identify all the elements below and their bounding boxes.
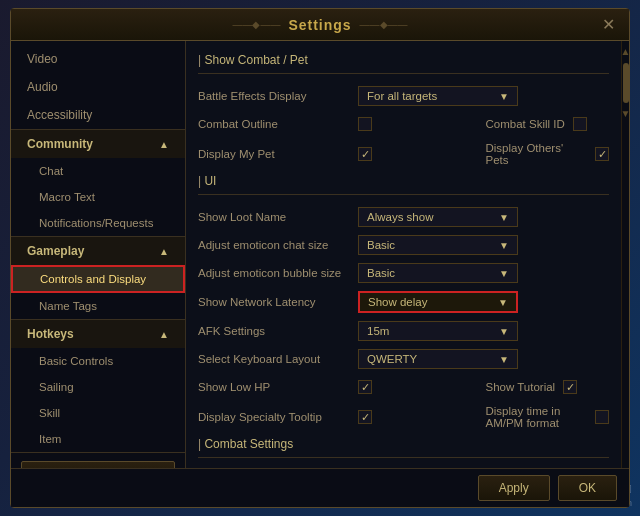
sidebar-item-basic-controls[interactable]: Basic Controls bbox=[11, 348, 185, 374]
dropdown-text-battle-effects-display: For all targets bbox=[367, 90, 491, 102]
sidebar-label-sailing: Sailing bbox=[39, 381, 74, 393]
checkbox-left-display-specialty-tooltip[interactable] bbox=[358, 410, 372, 424]
sidebar-label-chat: Chat bbox=[39, 165, 63, 177]
sidebar-item-hotkeys[interactable]: Hotkeys▲ bbox=[11, 319, 185, 348]
dropdown-text-show-network-latency: Show delay bbox=[368, 296, 490, 308]
ornament-right: ——◆—— bbox=[360, 19, 408, 30]
checkbox-right-display-specialty-tooltip[interactable] bbox=[595, 410, 609, 424]
sidebar-item-gameplay[interactable]: Gameplay▲ bbox=[11, 236, 185, 265]
dropdown-arrow-icon: ▼ bbox=[499, 326, 509, 337]
dropdown-text-show-loot-name: Always show bbox=[367, 211, 491, 223]
col-left-display-specialty-tooltip bbox=[358, 405, 482, 429]
ok-button[interactable]: OK bbox=[558, 475, 617, 501]
scroll-up-arrow[interactable]: ▲ bbox=[621, 45, 629, 59]
cb-label-show-low-hp: Show Tutorial bbox=[486, 381, 556, 393]
settings-row-display-specialty-tooltip: Display Specialty TooltipDisplay time in… bbox=[198, 401, 609, 433]
dropdown-text-adjust-emoticon-chat: Basic bbox=[367, 239, 491, 251]
section-combat-settings: | Combat Settings bbox=[198, 433, 609, 458]
main-content: | Show Combat / PetBattle Effects Displa… bbox=[186, 41, 621, 468]
sidebar-label-hotkeys: Hotkeys bbox=[27, 327, 74, 341]
checkbox-left-combat-outline[interactable] bbox=[358, 117, 372, 131]
ornament-left: ——◆—— bbox=[232, 19, 280, 30]
dropdown-show-network-latency[interactable]: Show delay▼ bbox=[358, 291, 518, 313]
dropdown-text-adjust-emoticon-bubble: Basic bbox=[367, 267, 491, 279]
sidebar-label-audio: Audio bbox=[27, 80, 58, 94]
settings-value-display-my-pet: Display Others' Pets bbox=[358, 142, 609, 166]
settings-label-display-my-pet: Display My Pet bbox=[198, 148, 358, 160]
sidebar-item-community[interactable]: Community▲ bbox=[11, 129, 185, 158]
settings-row-show-loot-name: Show Loot NameAlways show▼ bbox=[198, 203, 609, 231]
settings-row-adjust-emoticon-chat: Adjust emoticon chat sizeBasic▼ bbox=[198, 231, 609, 259]
sidebar-item-notifications[interactable]: Notifications/Requests bbox=[11, 210, 185, 236]
scrollbar[interactable]: ▲ ▼ bbox=[621, 41, 629, 468]
col-left-combat-outline bbox=[358, 117, 482, 131]
dropdown-adjust-emoticon-chat[interactable]: Basic▼ bbox=[358, 235, 518, 255]
dropdown-show-loot-name[interactable]: Always show▼ bbox=[358, 207, 518, 227]
settings-value-combat-outline: Combat Skill ID bbox=[358, 117, 609, 131]
checkbox-right-display-my-pet[interactable] bbox=[595, 147, 609, 161]
dropdown-battle-effects-display[interactable]: For all targets▼ bbox=[358, 86, 518, 106]
settings-value-show-low-hp: Show Tutorial bbox=[358, 380, 609, 394]
settings-row-show-low-hp: Show Low HPShow Tutorial bbox=[198, 373, 609, 401]
settings-value-battle-effects-display: For all targets▼ bbox=[358, 86, 609, 106]
dropdown-select-keyboard-layout[interactable]: QWERTY▼ bbox=[358, 349, 518, 369]
settings-value-adjust-emoticon-bubble: Basic▼ bbox=[358, 263, 609, 283]
sidebar-item-skill[interactable]: Skill bbox=[11, 400, 185, 426]
sidebar-label-community: Community bbox=[27, 137, 93, 151]
settings-label-combat-outline: Combat Outline bbox=[198, 118, 358, 130]
dropdown-arrow-icon: ▼ bbox=[499, 354, 509, 365]
settings-label-show-loot-name: Show Loot Name bbox=[198, 211, 358, 223]
checkbox-right-show-low-hp[interactable] bbox=[563, 380, 577, 394]
sidebar-item-name-tags[interactable]: Name Tags bbox=[11, 293, 185, 319]
settings-value-show-loot-name: Always show▼ bbox=[358, 207, 609, 227]
settings-row-select-keyboard-layout: Select Keyboard LayoutQWERTY▼ bbox=[198, 345, 609, 373]
settings-row-combat-outline: Combat OutlineCombat Skill ID bbox=[198, 110, 609, 138]
col-left-show-low-hp bbox=[358, 380, 482, 394]
sidebar-item-accessibility[interactable]: Accessibility bbox=[11, 101, 185, 129]
checkbox-left-show-low-hp[interactable] bbox=[358, 380, 372, 394]
close-button[interactable]: ✕ bbox=[596, 15, 621, 35]
checkbox-left-display-my-pet[interactable] bbox=[358, 147, 372, 161]
settings-label-display-specialty-tooltip: Display Specialty Tooltip bbox=[198, 411, 358, 423]
sidebar-label-macro-text: Macro Text bbox=[39, 191, 95, 203]
sidebar-label-video: Video bbox=[27, 52, 57, 66]
settings-label-adjust-emoticon-chat: Adjust emoticon chat size bbox=[198, 239, 358, 251]
sidebar-label-gameplay: Gameplay bbox=[27, 244, 84, 258]
dropdown-afk-settings[interactable]: 15m▼ bbox=[358, 321, 518, 341]
settings-row-display-my-pet: Display My PetDisplay Others' Pets bbox=[198, 138, 609, 170]
section-header-show-combat-pet: | Show Combat / Pet bbox=[198, 49, 609, 74]
dropdown-text-select-keyboard-layout: QWERTY bbox=[367, 353, 491, 365]
scroll-down-arrow[interactable]: ▼ bbox=[621, 107, 629, 121]
section-header-combat-settings: | Combat Settings bbox=[198, 433, 609, 458]
settings-label-battle-effects-display: Battle Effects Display bbox=[198, 90, 358, 102]
sidebar-label-accessibility: Accessibility bbox=[27, 108, 92, 122]
sidebar-item-item[interactable]: Item bbox=[11, 426, 185, 452]
sidebar-item-macro-text[interactable]: Macro Text bbox=[11, 184, 185, 210]
cb-label-display-my-pet: Display Others' Pets bbox=[486, 142, 588, 166]
dropdown-arrow-icon: ▼ bbox=[498, 297, 508, 308]
dropdown-adjust-emoticon-bubble[interactable]: Basic▼ bbox=[358, 263, 518, 283]
dropdown-text-afk-settings: 15m bbox=[367, 325, 491, 337]
settings-row-adjust-emoticon-bubble: Adjust emoticon bubble sizeBasic▼ bbox=[198, 259, 609, 287]
checkbox-right-combat-outline[interactable] bbox=[573, 117, 587, 131]
sidebar-item-chat[interactable]: Chat bbox=[11, 158, 185, 184]
reset-all-button[interactable]: Reset All bbox=[21, 461, 175, 468]
two-col-display-specialty-tooltip: Display time in AM/PM format bbox=[358, 405, 609, 429]
settings-label-afk-settings: AFK Settings bbox=[198, 325, 358, 337]
sidebar-label-skill: Skill bbox=[39, 407, 60, 419]
apply-button[interactable]: Apply bbox=[478, 475, 550, 501]
sidebar-item-audio[interactable]: Audio bbox=[11, 73, 185, 101]
col-right-display-specialty-tooltip: Display time in AM/PM format bbox=[486, 405, 610, 429]
sidebar-item-video[interactable]: Video bbox=[11, 45, 185, 73]
sidebar-item-controls-display[interactable]: Controls and Display bbox=[11, 265, 185, 293]
section-ui: | UIShow Loot NameAlways show▼Adjust emo… bbox=[198, 170, 609, 433]
settings-row-afk-settings: AFK Settings15m▼ bbox=[198, 317, 609, 345]
scroll-thumb[interactable] bbox=[623, 63, 629, 103]
col-right-show-low-hp: Show Tutorial bbox=[486, 380, 610, 394]
sidebar-item-sailing[interactable]: Sailing bbox=[11, 374, 185, 400]
section-show-combat-pet: | Show Combat / PetBattle Effects Displa… bbox=[198, 49, 609, 170]
settings-row-show-network-latency: Show Network LatencyShow delay▼ bbox=[198, 287, 609, 317]
sidebar-label-name-tags: Name Tags bbox=[39, 300, 97, 312]
settings-value-select-keyboard-layout: QWERTY▼ bbox=[358, 349, 609, 369]
cb-label-combat-outline: Combat Skill ID bbox=[486, 118, 565, 130]
